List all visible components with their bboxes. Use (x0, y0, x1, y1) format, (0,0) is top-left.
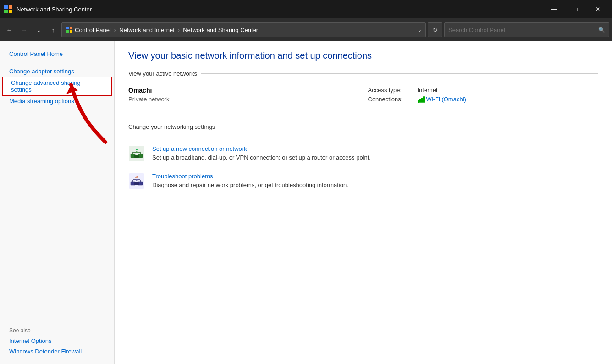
network-info: Omachi Private network Access type: Inte… (128, 87, 598, 112)
svg-rect-1 (9, 5, 12, 9)
svg-text:⚠: ⚠ (135, 175, 138, 178)
wifi-icon (418, 95, 425, 103)
address-box[interactable]: Control Panel › Network and Internet › N… (61, 22, 426, 37)
svg-rect-11 (134, 155, 139, 158)
window-title: Network and Sharing Center (17, 6, 543, 13)
new-connection-desc: Set up a broadband, dial-up, or VPN conn… (152, 154, 371, 161)
content-area: View your basic network information and … (115, 41, 612, 364)
address-dropdown-button[interactable]: ⌄ (418, 27, 422, 33)
minimize-button[interactable]: — (543, 2, 564, 17)
active-networks-header: View your active networks (128, 70, 598, 79)
new-connection-icon: + (128, 145, 145, 162)
refresh-button[interactable]: ↻ (428, 22, 442, 37)
sidebar-item-change-advanced-sharing[interactable]: Change advanced sharingsettings (2, 77, 112, 96)
wifi-link-text: Wi-Fi (Omachi) (426, 96, 466, 103)
addressbar: ← → ⌄ ↑ Control Panel › Network and Inte… (0, 18, 612, 41)
titlebar: Network and Sharing Center — □ ✕ (0, 0, 612, 18)
up-button[interactable]: ↑ (47, 23, 60, 36)
wifi-connection-link[interactable]: Wi-Fi (Omachi) (418, 95, 466, 103)
breadcrumb-control-panel[interactable]: Control Panel (75, 27, 111, 33)
back-button[interactable]: ← (3, 23, 16, 36)
svg-rect-20 (134, 182, 139, 185)
troubleshoot-item: ⚠ Troubleshoot problems Diagnose and rep… (128, 167, 598, 195)
search-icon: 🔍 (598, 27, 605, 33)
app-icon (4, 5, 13, 14)
search-box[interactable]: 🔍 (444, 22, 609, 37)
sidebar-item-internet-options[interactable]: Internet Options (0, 336, 114, 346)
network-type: Private network (128, 96, 359, 103)
page-title: View your basic network information and … (128, 50, 598, 61)
sidebar-item-windows-firewall[interactable]: Windows Defender Firewall (0, 346, 114, 357)
close-button[interactable]: ✕ (587, 2, 608, 17)
access-type-value: Internet (418, 87, 438, 94)
sidebar-item-change-adapter[interactable]: Change adapter settings (0, 66, 114, 77)
search-input[interactable] (448, 27, 598, 33)
breadcrumb-sharing-center[interactable]: Network and Sharing Center (183, 27, 258, 33)
svg-text:+: + (136, 148, 138, 152)
new-connection-link[interactable]: Set up a new connection or network (152, 145, 371, 152)
breadcrumb-network-internet[interactable]: Network and Internet (119, 27, 175, 33)
svg-rect-7 (70, 30, 72, 33)
networking-settings-header: Change your networking settings (128, 123, 598, 132)
connections-row: Connections: Wi-Fi (Omachi) (368, 95, 599, 103)
recent-button[interactable]: ⌄ (32, 23, 45, 36)
network-name: Omachi (128, 87, 359, 94)
troubleshoot-icon: ⚠ (128, 173, 145, 189)
new-connection-content: Set up a new connection or network Set u… (152, 145, 371, 161)
network-right: Access type: Internet Connections: (368, 87, 599, 103)
networking-section: Change your networking settings (128, 123, 598, 195)
new-connection-item: + Set up a new connection or network Set… (128, 140, 598, 167)
svg-point-24 (136, 179, 138, 181)
connections-label: Connections: (368, 96, 414, 103)
window: Network and Sharing Center — □ ✕ ← → ⌄ ↑… (0, 0, 612, 364)
troubleshoot-content: Troubleshoot problems Diagnose and repai… (152, 173, 348, 188)
network-icon (66, 26, 73, 33)
network-left: Omachi Private network (128, 87, 368, 103)
sidebar: Control Panel Home Change adapter settin… (0, 41, 115, 364)
maximize-button[interactable]: □ (565, 2, 586, 17)
see-also-label: See also (0, 324, 114, 336)
sidebar-item-media-streaming[interactable]: Media streaming options (0, 96, 114, 106)
access-type-label: Access type: (368, 87, 414, 94)
svg-rect-2 (4, 10, 8, 13)
svg-rect-4 (66, 27, 69, 29)
troubleshoot-link[interactable]: Troubleshoot problems (152, 173, 348, 180)
svg-rect-3 (9, 10, 12, 13)
main-layout: Control Panel Home Change adapter settin… (0, 41, 612, 364)
sidebar-item-control-panel-home[interactable]: Control Panel Home (0, 49, 114, 59)
window-controls: — □ ✕ (543, 2, 608, 17)
access-type-row: Access type: Internet (368, 87, 599, 94)
svg-rect-0 (4, 5, 8, 9)
troubleshoot-desc: Diagnose and repair network problems, or… (152, 182, 348, 188)
svg-rect-5 (70, 27, 72, 29)
svg-rect-6 (66, 30, 69, 33)
forward-button[interactable]: → (17, 23, 30, 36)
